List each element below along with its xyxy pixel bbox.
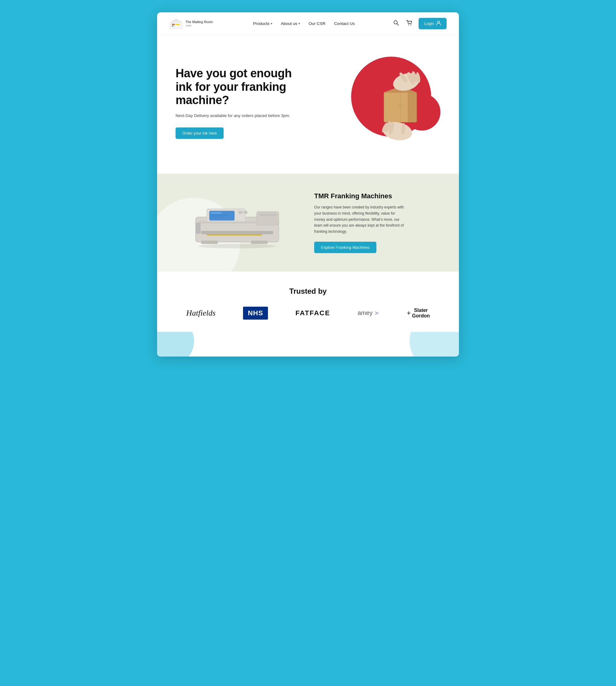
nav-contact-label: Contact Us: [334, 21, 355, 26]
svg-rect-12: [408, 92, 417, 122]
franking-cta-button[interactable]: Explore Franking Machines: [314, 242, 376, 253]
svg-rect-34: [201, 231, 273, 234]
franking-title: TMR Franking Machines: [314, 192, 443, 200]
bottom-decoration: [157, 332, 459, 357]
logo-text: The Mailing Room .com: [185, 20, 213, 27]
amey-text: amey: [358, 310, 373, 317]
svg-rect-3: [172, 24, 175, 25]
franking-machine-svg: [188, 195, 286, 250]
bottom-blob-left: [157, 332, 194, 357]
logo-nhs: NHS: [243, 307, 268, 320]
navbar: The Mailing Room .com Products ▾ About u…: [157, 12, 459, 35]
hero-section: Have you got enough ink for your frankin…: [157, 35, 459, 174]
svg-point-8: [409, 24, 409, 25]
svg-rect-28: [211, 212, 222, 214]
svg-rect-29: [211, 215, 227, 216]
svg-rect-31: [239, 211, 243, 214]
nav-csr[interactable]: Our CSR: [309, 21, 326, 26]
logo-amey: amey ➤: [358, 309, 379, 317]
login-label: Login: [424, 21, 434, 26]
trusted-section: Trusted by Hatfields NHS FATFACE amey ➤ …: [157, 272, 459, 332]
logo-slater-gordon: + SlaterGordon: [407, 307, 430, 319]
svg-point-41: [198, 244, 276, 248]
svg-marker-1: [170, 19, 182, 22]
trusted-heading: Trusted by: [169, 287, 447, 296]
search-button[interactable]: [392, 19, 400, 28]
hero-subtitle: Next-Day Delivery available for any orde…: [176, 113, 305, 119]
logo-icon: [169, 18, 183, 29]
svg-rect-5: [172, 26, 174, 26]
hero-cta-button[interactable]: Order your ink here: [176, 128, 224, 139]
hero-title: Have you got enough ink for your frankin…: [176, 67, 305, 107]
logo-hatfields: Hatfields: [186, 308, 216, 318]
person-icon: [436, 21, 441, 26]
svg-rect-32: [244, 211, 248, 214]
nav-links: Products ▾ About us ▾ Our CSR Contact Us: [225, 21, 383, 26]
brand-name: The Mailing Room: [185, 20, 213, 24]
svg-rect-33: [198, 221, 265, 223]
svg-rect-4: [176, 24, 180, 25]
chevron-down-icon: ▾: [271, 22, 272, 25]
svg-rect-35: [207, 234, 262, 236]
brand-domain: .com: [185, 24, 213, 27]
svg-rect-30: [211, 216, 223, 218]
slater-plus-icon: +: [407, 309, 411, 317]
nav-products-label: Products: [253, 21, 269, 26]
nav-products[interactable]: Products ▾: [253, 21, 272, 26]
svg-rect-40: [251, 241, 268, 244]
trusted-logos: Hatfields NHS FATFACE amey ➤ + SlaterGor…: [169, 307, 447, 320]
login-button[interactable]: Login: [419, 18, 447, 29]
svg-rect-36: [196, 223, 200, 234]
nav-csr-label: Our CSR: [309, 21, 326, 26]
logo-area[interactable]: The Mailing Room .com: [169, 18, 216, 29]
nav-icons: Login: [392, 18, 447, 29]
nav-about-label: About us: [281, 21, 297, 26]
svg-rect-39: [201, 241, 218, 244]
bottom-blob-right: [410, 332, 459, 357]
nav-contact[interactable]: Contact Us: [334, 21, 355, 26]
cart-icon: [406, 20, 412, 26]
slater-name: SlaterGordon: [412, 307, 430, 319]
svg-rect-38: [259, 214, 276, 216]
franking-description: Our ranges have been created by industry…: [314, 204, 406, 235]
franking-machine-image: [173, 195, 302, 250]
browser-window: The Mailing Room .com Products ▾ About u…: [157, 12, 459, 357]
svg-point-9: [411, 24, 412, 25]
logo-fatface: FATFACE: [295, 309, 330, 317]
hero-image: [305, 53, 440, 152]
amey-arrow-icon: ➤: [374, 309, 379, 317]
chevron-down-icon: ▾: [299, 22, 300, 25]
svg-line-7: [397, 24, 399, 25]
svg-point-6: [394, 21, 397, 24]
hero-text: Have you got enough ink for your frankin…: [176, 67, 305, 139]
cart-button[interactable]: [405, 19, 414, 28]
hands-box-illustration: [360, 56, 434, 149]
nav-about[interactable]: About us ▾: [281, 21, 300, 26]
franking-section: TMR Franking Machines Our ranges have be…: [157, 174, 459, 272]
search-icon: [393, 20, 399, 26]
franking-text: TMR Franking Machines Our ranges have be…: [314, 192, 443, 253]
svg-rect-37: [257, 211, 279, 225]
